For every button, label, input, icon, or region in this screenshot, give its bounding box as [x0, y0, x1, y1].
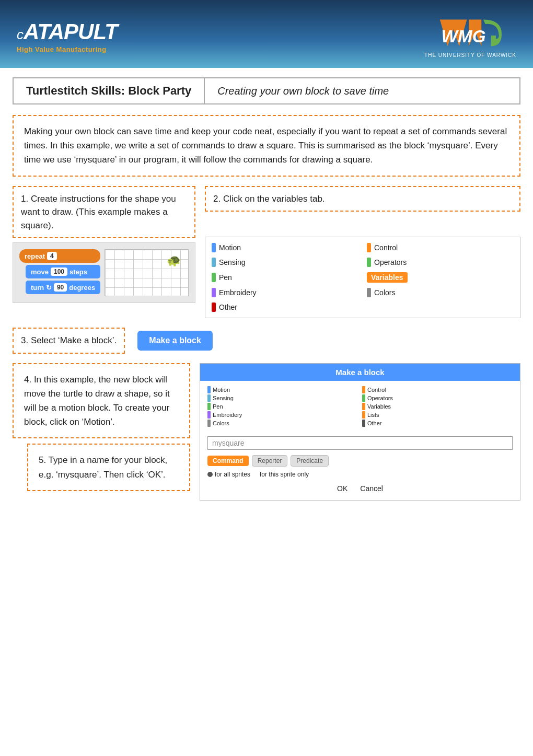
var-operators: Operators — [365, 256, 516, 269]
mini-var-pen: Pen — [207, 403, 358, 410]
make-block-panel-header: Make a block — [200, 364, 520, 381]
intro-box: Making your own block can save time and … — [13, 115, 520, 177]
step5-text: 5. Type in a name for your block, e.g. ‘… — [39, 453, 179, 481]
steps-4-5-row: 4. In this example, the new block will m… — [13, 363, 520, 501]
step2-label: 2. Click on the variables tab. — [205, 186, 520, 212]
main-content: Making your own block can save time and … — [0, 110, 533, 522]
make-block-panel: Make a block Motion Control Sensing — [200, 363, 520, 501]
var-variables[interactable]: Variables — [365, 271, 516, 284]
var-label-control: Control — [374, 243, 398, 252]
step1-label: 1. Create instructions for the shape you… — [13, 186, 195, 239]
var-dot-sensing — [212, 258, 216, 267]
ok-cancel-row: OK Cancel — [207, 484, 513, 493]
var-pen: Pen — [210, 271, 361, 284]
step2-col: 2. Click on the variables tab. Motion Co… — [205, 186, 520, 319]
repeat-block: repeat 4 — [19, 249, 100, 263]
mini-var-embroidery: Embroidery — [207, 411, 358, 418]
mini-dot-pen — [207, 403, 211, 410]
var-label-variables[interactable]: Variables — [367, 272, 408, 283]
mini-dot-lists — [362, 411, 365, 418]
var-dot-other — [212, 303, 216, 312]
step4-box: 4. In this example, the new block will m… — [13, 363, 190, 439]
main-title: Turtlestitch Skills: Block Party — [14, 78, 205, 103]
mini-var-variables: Variables — [362, 403, 513, 410]
mini-variables-grid: Motion Control Sensing Operators — [207, 386, 513, 427]
mini-var-lists: Lists — [362, 411, 513, 418]
var-dot-motion — [212, 243, 216, 252]
variables-grid: Motion Control Sensing Operators — [210, 241, 516, 313]
repeat-val: 4 — [47, 252, 57, 260]
var-motion: Motion — [210, 241, 361, 254]
turn-block: turn ↻ 90 degrees — [26, 281, 100, 294]
var-dot-control — [367, 243, 371, 252]
wmg-subtitle: THE UNIVERSITY OF WARWICK — [424, 52, 516, 58]
mini-var-motion[interactable]: Motion — [207, 386, 358, 393]
var-control: Control — [365, 241, 516, 254]
mini-dot-operators — [362, 394, 365, 402]
mini-label-sensing: Sensing — [213, 395, 234, 401]
mini-label-colors: Colors — [213, 420, 229, 426]
var-dot-operators — [367, 258, 371, 267]
wmg-logo: WMG THE UNIVERSITY OF WARWICK — [424, 15, 516, 58]
step3-label: 3. Select ‘Make a block’. — [13, 328, 125, 354]
predicate-button[interactable]: Predicate — [291, 455, 329, 467]
var-label-pen: Pen — [219, 273, 232, 282]
make-block-panel-body: Motion Control Sensing Operators — [200, 381, 520, 498]
mini-label-control: Control — [367, 387, 386, 393]
header: c ATAPULT High Value Manufacturing WMG T… — [0, 0, 533, 68]
step4-text: 4. In this example, the new block will m… — [24, 373, 179, 429]
catapult-logo: c ATAPULT High Value Manufacturing — [17, 19, 118, 53]
mini-dot-variables — [362, 403, 365, 410]
mini-dot-other — [362, 420, 365, 427]
mini-dot-sensing — [207, 394, 211, 402]
mini-var-operators: Operators — [362, 394, 513, 402]
sub-title: Creating your own block to save time — [205, 78, 519, 103]
scope-this-sprite[interactable]: for this sprite only — [260, 471, 309, 478]
var-label-other: Other — [219, 303, 237, 311]
var-label-colors: Colors — [374, 288, 395, 297]
scope-row: for all sprites for this sprite only — [207, 471, 513, 478]
mini-label-lists: Lists — [367, 412, 379, 418]
command-button[interactable]: Command — [207, 456, 249, 466]
mini-dot-colors — [207, 420, 211, 427]
var-sensing: Sensing — [210, 256, 361, 269]
turtle-icon: 🐢 — [167, 254, 181, 267]
move-block: move 100 steps — [26, 265, 100, 278]
mini-label-operators: Operators — [367, 395, 393, 401]
var-colors: Colors — [365, 286, 516, 299]
radio-all — [207, 472, 213, 477]
turn-val: 90 — [54, 283, 67, 292]
mini-var-control: Control — [362, 386, 513, 393]
var-label-sensing: Sensing — [219, 258, 246, 266]
var-label-motion: Motion — [219, 243, 241, 252]
hvm-label: High Value Manufacturing — [17, 45, 107, 53]
reporter-button[interactable]: Reporter — [252, 455, 288, 467]
svg-text:WMG: WMG — [442, 27, 486, 46]
block-name-input[interactable] — [207, 436, 513, 450]
ok-button[interactable]: OK — [337, 484, 347, 493]
intro-text: Making your own block can save time and … — [24, 124, 509, 167]
cancel-button[interactable]: Cancel — [360, 484, 383, 493]
mini-dot-motion — [207, 386, 211, 393]
make-a-block-button[interactable]: Make a block — [137, 331, 213, 351]
var-dot-colors — [367, 288, 371, 297]
mini-label-motion: Motion — [213, 387, 230, 393]
scope-all-sprites[interactable]: for all sprites — [207, 471, 250, 478]
step5-box: 5. Type in a name for your block, e.g. ‘… — [27, 444, 190, 491]
steps-1-2-row: 1. Create instructions for the shape you… — [13, 186, 520, 319]
mini-var-colors: Colors — [207, 420, 358, 427]
mini-dot-control — [362, 386, 365, 393]
scratch-blocks-sim: repeat 4 move 100 steps turn ↻ 90 degree… — [13, 242, 195, 303]
var-label-embroidery: Embroidery — [219, 288, 257, 297]
mini-var-other: Other — [362, 420, 513, 427]
mini-var-sensing: Sensing — [207, 394, 358, 402]
step1-col: 1. Create instructions for the shape you… — [13, 186, 195, 319]
mini-label-other: Other — [367, 420, 382, 426]
scope-all-label: for all sprites — [215, 471, 250, 478]
scratch-block-list: repeat 4 move 100 steps turn ↻ 90 degree… — [19, 249, 100, 294]
scratch-grid: 🐢 — [105, 249, 189, 296]
step3-row: 3. Select ‘Make a block’. Make a block — [13, 328, 520, 354]
block-type-row: Command Reporter Predicate — [207, 455, 513, 467]
step45-left: 4. In this example, the new block will m… — [13, 363, 190, 501]
scope-this-label: for this sprite only — [260, 471, 309, 478]
